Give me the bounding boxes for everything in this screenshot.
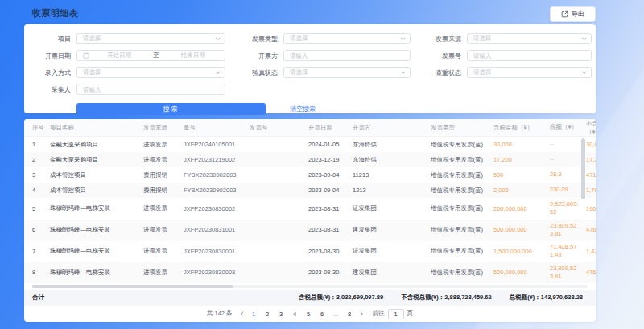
cell-index: 2 bbox=[32, 156, 50, 163]
invoice-type-placeholder: 请选择 bbox=[290, 35, 308, 43]
cell-tax-amount: 9,523,809.52 bbox=[550, 200, 586, 216]
clear-search-link[interactable]: 清空搜索 bbox=[290, 105, 316, 113]
cell-project-name: 珠穆朗玛峰—电梯安装 bbox=[50, 247, 143, 255]
invoice-source-select[interactable]: 请选择 bbox=[467, 33, 592, 44]
cell-amount-incl-tax: 30,000 bbox=[493, 141, 550, 148]
col-header-invoice-date: 开票日期 bbox=[308, 124, 353, 132]
table-row: 6 珠穆朗玛峰—电梯安装 进项发票 JXFP20230831001 2023-0… bbox=[24, 220, 596, 241]
export-icon bbox=[561, 10, 568, 18]
entry-method-placeholder: 请选择 bbox=[83, 68, 101, 76]
entry-method-select[interactable]: 请选择 bbox=[76, 67, 225, 78]
cell-project-name: 珠穆朗玛峰—电梯安装 bbox=[50, 226, 143, 234]
cell-amount-incl-tax: 500 bbox=[493, 171, 550, 179]
cell-project-name: 金融大厦采购项目 bbox=[50, 156, 143, 164]
dup-status-select[interactable]: 请选择 bbox=[467, 67, 592, 78]
page-title: 收票明细表 bbox=[32, 7, 79, 19]
cell-invoice-source: 费用报销 bbox=[143, 171, 184, 179]
cell-amount-excl-tax: 17,200 bbox=[586, 156, 596, 163]
table-row: 4 成本管控项目 费用报销 FYBX20230902003 2023-09-04… bbox=[24, 183, 596, 198]
cell-issuer: 1213 bbox=[353, 187, 431, 194]
goto-page-input[interactable] bbox=[388, 309, 404, 319]
chevron-down-icon bbox=[582, 35, 587, 40]
page-button-6[interactable]: 6 bbox=[317, 310, 328, 318]
next-page-button[interactable] bbox=[357, 310, 365, 318]
start-date-placeholder: 开始日期 bbox=[93, 51, 145, 60]
cell-invoice-source: 进项发票 bbox=[143, 269, 184, 277]
cell-invoice-type: 增值税专用发票(蓝) bbox=[431, 156, 493, 164]
chevron-down-icon bbox=[216, 69, 221, 74]
vertical-scrollbar[interactable] bbox=[581, 138, 585, 199]
cell-index: 7 bbox=[32, 248, 50, 255]
issuer-input[interactable] bbox=[283, 50, 411, 61]
collector-input[interactable] bbox=[76, 84, 225, 95]
page-button-4[interactable]: 4 bbox=[290, 310, 300, 318]
cell-tax-amount: 23,809,523.81 bbox=[550, 265, 586, 281]
page-button-3[interactable]: 3 bbox=[276, 310, 287, 318]
cell-invoice-date: 2023-09-04 bbox=[308, 171, 353, 179]
cell-order-no: FYBX20230902003 bbox=[184, 171, 250, 179]
goto-label: 前往 bbox=[373, 310, 385, 318]
chevron-down-icon bbox=[582, 69, 587, 74]
invoice-no-input[interactable] bbox=[467, 50, 592, 61]
cell-order-no: JXFP20231219002 bbox=[184, 156, 250, 163]
table-row: 3 成本管控项目 费用报销 FYBX20230902003 2023-09-04… bbox=[24, 167, 596, 183]
cell-amount-incl-tax: 200,000,000 bbox=[493, 205, 550, 212]
cell-issuer: 证发集团 bbox=[353, 247, 431, 255]
cell-amount-excl-tax: 476,190,476.19 bbox=[586, 269, 596, 276]
cell-amount-excl-tax: 1,428,571,428.57 bbox=[586, 248, 596, 255]
col-header-invoice-no: 发票号 bbox=[250, 124, 308, 132]
cell-index: 5 bbox=[32, 205, 50, 212]
table-body: 1 金融大厦采购项目 进项发票 JXFP20240105001 2024-01-… bbox=[24, 137, 596, 283]
dup-status-placeholder: 请选择 bbox=[473, 68, 492, 76]
chevron-right-icon bbox=[358, 311, 363, 316]
total-tax: 总税额(¥)：143,970,638.28 bbox=[510, 294, 583, 302]
cell-invoice-date: 2023-08-31 bbox=[308, 226, 353, 233]
prev-page-button[interactable] bbox=[239, 310, 247, 318]
page-button-1[interactable]: 1 bbox=[249, 310, 259, 318]
table-header-row: 序号 项目名称 发票来源 单号 发票号 开票日期 开票方 发票类型 含税金额（¥… bbox=[24, 119, 596, 137]
end-date-placeholder: 结束日期 bbox=[167, 51, 219, 60]
search-button[interactable]: 搜索 bbox=[76, 103, 266, 115]
cell-invoice-date: 2023-08-30 bbox=[308, 248, 353, 255]
cell-index: 1 bbox=[32, 141, 50, 148]
cell-issuer: 建发集团 bbox=[353, 269, 431, 277]
cell-issuer: 建发集团 bbox=[353, 226, 431, 234]
export-button[interactable]: 导出 bbox=[550, 6, 596, 22]
verify-status-select[interactable]: 请选择 bbox=[283, 67, 411, 78]
cell-invoice-source: 进项发票 bbox=[143, 156, 184, 164]
cell-index: 3 bbox=[32, 171, 50, 179]
page-ellipsis: ... bbox=[331, 310, 341, 318]
cell-amount-incl-tax: 500,000,000 bbox=[493, 226, 550, 233]
page-button-2[interactable]: 2 bbox=[262, 310, 273, 318]
filter-panel: 项目 请选择 发票类型 请选择 发票来源 请选择 开票日期 bbox=[24, 24, 596, 113]
horizontal-scrollbar-thumb[interactable] bbox=[32, 285, 233, 288]
cell-amount-incl-tax: 17,200 bbox=[493, 156, 550, 163]
chevron-down-icon bbox=[401, 35, 406, 40]
cell-order-no: JXFP20230830002 bbox=[184, 205, 250, 212]
table-viewport: 序号 项目名称 发票来源 单号 发票号 开票日期 开票方 发票类型 含税金额（¥… bbox=[24, 119, 596, 283]
cell-order-no: JXFP20240105001 bbox=[184, 141, 250, 148]
col-header-invoice-source: 发票来源 bbox=[143, 124, 184, 132]
cell-invoice-date: 2023-08-31 bbox=[308, 205, 353, 212]
invoice-table-card: 序号 项目名称 发票来源 单号 发票号 开票日期 开票方 发票类型 含税金额（¥… bbox=[24, 119, 596, 322]
page-button-5[interactable]: 5 bbox=[303, 310, 314, 318]
col-header-tax-amount: 税额（¥） bbox=[550, 123, 586, 131]
project-placeholder: 请选择 bbox=[83, 35, 101, 43]
cell-project-name: 成本管控项目 bbox=[50, 171, 143, 179]
cell-project-name: 珠穆朗玛峰—电梯安装 bbox=[50, 269, 143, 277]
col-header-issuer: 开票方 bbox=[353, 124, 431, 132]
invoice-no-label: 发票号 bbox=[411, 51, 461, 60]
cell-index: 4 bbox=[32, 187, 50, 194]
invoice-date-range[interactable]: 开始日期 至 结束日期 bbox=[76, 50, 225, 61]
horizontal-scrollbar-track bbox=[32, 285, 588, 288]
page-button-8[interactable]: 8 bbox=[345, 310, 355, 318]
invoice-type-select[interactable]: 请选择 bbox=[283, 33, 411, 44]
cell-order-no: FYBX20230902003 bbox=[184, 187, 250, 194]
col-header-index: 序号 bbox=[32, 124, 50, 132]
invoice-source-placeholder: 请选择 bbox=[473, 35, 492, 43]
cell-order-no: JXFP20230830003 bbox=[184, 269, 250, 276]
project-select[interactable]: 请选择 bbox=[76, 33, 225, 44]
calendar-icon bbox=[83, 52, 89, 59]
table-row: 7 珠穆朗玛峰—电梯安装 进项发票 JXFP20230830001 2023-0… bbox=[24, 241, 596, 262]
invoice-type-label: 发票类型 bbox=[225, 35, 278, 43]
